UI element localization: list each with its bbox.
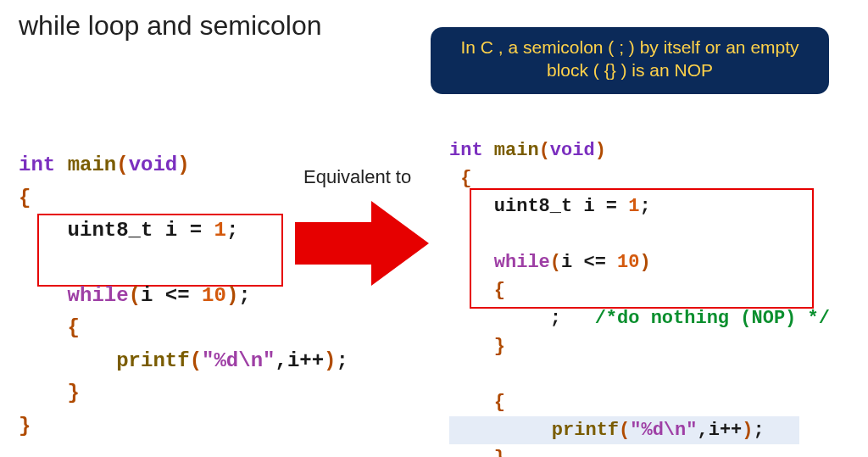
comma: , — [275, 349, 287, 372]
brace-open: { — [494, 392, 505, 413]
code-left: int main(void) { uint8_t i = 1; while(i … — [19, 117, 348, 443]
brace-close: } — [494, 448, 505, 457]
brace-open: { — [494, 280, 505, 301]
op-le: <= — [165, 284, 190, 307]
paren-close: ) — [177, 153, 189, 176]
semicolon: ; — [238, 284, 250, 307]
op-eq: = — [606, 196, 617, 217]
semicolon: ; — [226, 219, 238, 242]
lit-10: 10 — [617, 252, 639, 273]
fn-printf: printf — [552, 420, 619, 441]
semicolon-nop: ; — [550, 308, 561, 329]
op-eq: = — [190, 219, 202, 242]
semicolon: ; — [753, 420, 764, 441]
kw-void: void — [129, 153, 178, 176]
semicolon: ; — [337, 349, 348, 372]
fn-main: main — [494, 140, 539, 161]
id-i: i — [165, 219, 177, 242]
brace-close: } — [19, 415, 31, 437]
op-inc: ++ — [720, 420, 742, 441]
id-i: i — [287, 349, 299, 372]
highlighted-line: printf("%d\n",i++); — [449, 416, 799, 444]
str-fmt: "%d\n" — [202, 349, 275, 372]
paren-close: ) — [226, 284, 238, 307]
id-i: i — [141, 284, 153, 307]
op-inc: ++ — [299, 349, 324, 372]
str-fmt: "%d\n" — [630, 420, 697, 441]
nop-callout: In C , a semicolon ( ; ) by itself or an… — [431, 27, 829, 94]
kw-void: void — [550, 140, 595, 161]
comment-nop: /*do nothing (NOP) */ — [595, 308, 830, 329]
brace-open: { — [68, 316, 80, 339]
paren-close: ) — [595, 140, 606, 161]
code-right: int main(void) { uint8_t i = 1; while(i … — [449, 109, 830, 457]
kw-int: int — [19, 153, 55, 176]
kw-while: while — [494, 252, 550, 273]
paren-close: ) — [324, 349, 336, 372]
fn-main: main — [68, 153, 117, 176]
id-i: i — [709, 420, 720, 441]
id-i: i — [561, 252, 572, 273]
comma: , — [697, 420, 708, 441]
paren-open: ( — [539, 140, 550, 161]
fn-printf: printf — [116, 349, 189, 372]
kw-int: int — [449, 140, 483, 161]
paren-close: ) — [742, 420, 753, 441]
paren-open: ( — [116, 153, 128, 176]
paren-open: ( — [129, 284, 141, 307]
type-uint8: uint8_t — [494, 196, 572, 217]
semicolon: ; — [639, 196, 650, 217]
lit-1: 1 — [628, 196, 639, 217]
brace-open: { — [460, 168, 471, 189]
brace-close: } — [494, 336, 505, 357]
op-le: <= — [583, 252, 605, 273]
lit-1: 1 — [214, 219, 225, 242]
id-i: i — [583, 196, 594, 217]
lit-10: 10 — [202, 284, 226, 307]
kw-while: while — [68, 284, 129, 307]
brace-open: { — [19, 187, 31, 209]
paren-open: ( — [619, 420, 630, 441]
paren-close: ) — [639, 252, 650, 273]
slide-title: while loop and semicolon — [19, 10, 322, 42]
type-uint8: uint8_t — [68, 219, 153, 242]
paren-open: ( — [550, 252, 561, 273]
paren-open: ( — [190, 349, 202, 372]
brace-close: } — [68, 382, 80, 404]
